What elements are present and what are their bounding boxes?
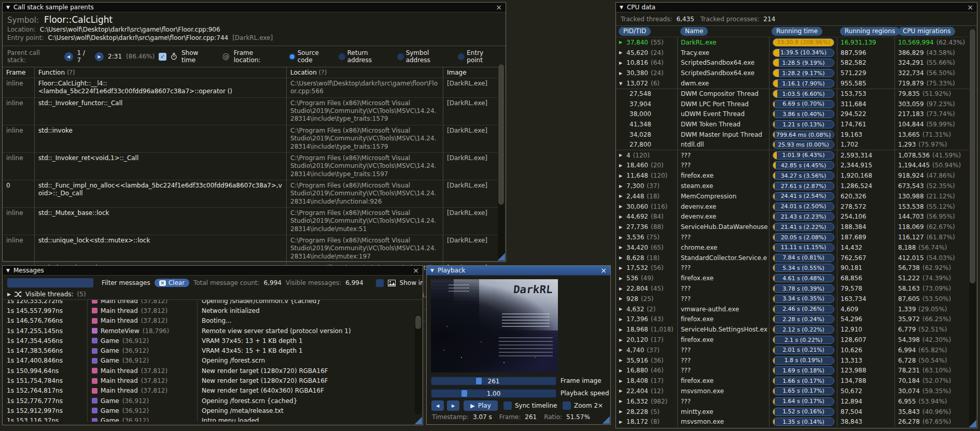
expand-arrow-icon[interactable]: ▶ (619, 163, 626, 168)
expand-arrow-icon[interactable]: ▶ (619, 40, 626, 45)
callstack-table-row[interactable]: inlinestd::_Invoker_functor::_CallC:\Pro… (3, 98, 506, 125)
clear-button[interactable]: × Clear (155, 279, 189, 287)
cpu-table-row[interactable]: ▶11,648(120)firefox.exe34.27 s (3.56%)1,… (616, 170, 977, 181)
cpu-scrollbar-thumb[interactable] (970, 29, 975, 283)
messages-scrollbar-thumb[interactable] (415, 315, 421, 329)
cpu-table-row[interactable]: ▶4,632(2)vmware-authd.exe2.46 s (0.26%)4… (616, 304, 977, 314)
expand-arrow-icon[interactable]: ▶ (619, 327, 626, 332)
cpu-table-row[interactable]: ▶17,396(43)firefox.exe2.28 s (0.24%)54,2… (616, 314, 977, 325)
expand-arrow-icon[interactable]: ▶ (619, 204, 626, 209)
pid-tid-column-header[interactable]: PID/TID (619, 27, 651, 36)
messages-titlebar[interactable]: ▼ Messages × (3, 266, 423, 276)
expand-threads-icon[interactable]: ▶ (7, 292, 11, 297)
message-row[interactable]: 1s 153,116,37nsGame(36,912)Intro menu lo… (3, 416, 423, 422)
image-column-header[interactable]: Image (443, 67, 506, 78)
expand-arrow-icon[interactable]: ▶ (619, 276, 626, 281)
expand-arrow-icon[interactable]: ▶ (619, 266, 626, 270)
callstack-scrollbar[interactable] (498, 64, 505, 259)
show-images-checkbox[interactable] (376, 279, 384, 287)
filter-input[interactable] (7, 278, 93, 288)
cpu-table-row[interactable]: ▶10,816(64)ScriptedSandbox64.exe1:28.5 (… (616, 58, 977, 68)
radio-symbol-address[interactable] (397, 53, 404, 60)
cpu-scrollbar[interactable] (969, 28, 976, 426)
close-icon[interactable]: × (600, 267, 607, 274)
function-column-header[interactable]: Function (?) (35, 67, 287, 78)
expand-arrow-icon[interactable]: ▶ (619, 235, 626, 240)
callstack-scrollbar-thumb[interactable] (498, 64, 504, 205)
expand-arrow-icon[interactable]: ▶ (619, 379, 626, 383)
cpu-table-row[interactable]: ▼13,072(6)dwm.exe1:16.1 (7.90%)955,58571… (616, 78, 977, 89)
running-time-column-header[interactable]: Running time (772, 27, 822, 36)
cpu-table-row[interactable]: ▶16,332(982)???1.64 s (0.17%)12,8946,955… (616, 396, 977, 407)
message-row[interactable]: 1s 147,400,846nsGame(36,912)Opening /for… (3, 356, 423, 366)
prev-stack-button[interactable]: ◀ (64, 52, 73, 61)
radio-entry-point[interactable] (458, 53, 465, 60)
zoom-2x-checkbox[interactable] (563, 401, 571, 410)
cpu-table-row[interactable]: ▶928(25)???3.34 s (0.35%)163,73487,605(5… (616, 294, 977, 304)
expand-arrow-icon[interactable]: ▶ (619, 358, 626, 363)
expand-arrow-icon[interactable]: ▶ (619, 194, 626, 198)
callstack-table-row[interactable]: inlinestd::unique_lock<std::mutex>::lock… (3, 235, 506, 263)
cpu-migrations-column-header[interactable]: CPU migrations (898, 27, 955, 36)
show-time-checkbox[interactable]: ✓ (159, 53, 166, 61)
play-button[interactable]: ▶ Play (464, 400, 498, 411)
cpu-table-row[interactable]: 27,548DWM Compositor Thread1:03.5 (6.60%… (616, 89, 977, 99)
callstack-titlebar[interactable]: ▼ Call stack sample parents × (3, 3, 506, 12)
expand-arrow-icon[interactable]: ▶ (619, 174, 626, 178)
expand-arrow-icon[interactable]: ▶ (619, 409, 626, 414)
close-icon[interactable]: × (496, 4, 502, 11)
message-row[interactable]: 1s 120,333,272nsMain thread(37,812)Openi… (3, 299, 423, 306)
message-row[interactable]: 1s 151,754,784nsMain thread(37,812)New r… (3, 376, 423, 385)
message-row[interactable]: 1s 147,383,566nsGame(36,912)VRAM 43x45: … (3, 346, 423, 355)
expand-arrow-icon[interactable]: ▶ (619, 348, 626, 352)
expand-arrow-icon[interactable]: ▶ (619, 307, 626, 311)
step-back-button[interactable]: ◀ (431, 400, 444, 411)
name-column-header[interactable]: Name (680, 27, 708, 36)
cpu-table-row[interactable]: ▶3,536(75)???20.05 s (2.08%)187,689116,1… (616, 232, 977, 242)
collapse-icon[interactable]: ▼ (6, 5, 10, 10)
messages-scrollbar[interactable] (415, 314, 422, 414)
callstack-table-row[interactable]: inlineFloor::CalcLight::__l4::<lambda_5b… (3, 78, 506, 98)
cpu-table-row[interactable]: ▶4(120)???1:01.9 (6.43%)2,593,3141,078,5… (616, 150, 977, 161)
cpu-table-row[interactable]: ▶20,120(17)firefox.exe2.1 s (0.22%)128,6… (616, 335, 977, 345)
cpu-table-row[interactable]: ▶37,840(55)DarkRL.exe33:30.8 (208.96%)16… (616, 37, 977, 48)
cpu-table-row[interactable]: ▶18,172(8)msvsmon.exe1.35 s (0.14%)38,84… (616, 416, 977, 427)
cpu-table-row[interactable]: ▶45,620(24)Tracy.exe1:39.5 (10.34%)887,5… (616, 48, 977, 58)
collapse-icon[interactable]: ▼ (6, 268, 10, 273)
expand-arrow-icon[interactable]: ▶ (619, 245, 626, 250)
expand-arrow-icon[interactable]: ▶ (619, 50, 626, 55)
expand-arrow-icon[interactable]: ▶ (619, 399, 626, 404)
cpu-table-row[interactable]: ▶30,380(24)ScriptedSandbox64.exe1:28.2 (… (616, 68, 977, 78)
cpu-table-row[interactable]: 37,904DWM LPC Port Thread6.69 s (0.70%)3… (616, 99, 977, 109)
cpu-table-row[interactable]: ▶27,736(88)ServiceHub.DataWarehouse21.41… (616, 222, 977, 232)
cpu-table-row[interactable]: ▶7,300(37)steam.exe27.61 s (2.87%)1,286,… (616, 181, 977, 191)
collapse-arrow-icon[interactable]: ▼ (619, 81, 626, 86)
expand-arrow-icon[interactable]: ▶ (619, 71, 626, 76)
expand-arrow-icon[interactable]: ▶ (619, 420, 626, 424)
cpu-table-row[interactable]: ▶8,628(18)StandardCollector.Service.e7.8… (616, 253, 977, 263)
frame-column-header[interactable]: Frame (3, 67, 35, 78)
frame-image-slider[interactable]: 261 (431, 377, 556, 385)
close-icon[interactable]: × (413, 267, 419, 274)
cpu-table-row[interactable]: ▶2,448(18)MemCompression24.41 s (2.54%)6… (616, 191, 977, 202)
location-column-header[interactable]: Location (?) (287, 67, 443, 78)
cpu-table-row[interactable]: 41,348DWM Token Thread1.21 s (0.13%)174,… (616, 119, 977, 130)
expand-arrow-icon[interactable]: ▶ (619, 153, 626, 157)
cpu-table-row[interactable]: ▶44,692(84)devenv.exe21.43 s (2.23%)254,… (616, 212, 977, 222)
cpu-table-row[interactable]: ▶16,880(46)???1.69 s (0.18%)123,98878,23… (616, 366, 977, 376)
collapse-icon[interactable]: ▼ (430, 268, 434, 273)
cpu-table-row[interactable]: ▶28,228(5)mintty.exe1.52 s (0.16%)87,504… (616, 407, 977, 417)
resize-grip[interactable] (602, 416, 610, 424)
expand-arrow-icon[interactable]: ▶ (619, 214, 626, 219)
resize-grip[interactable] (497, 253, 505, 261)
resize-grip[interactable] (414, 416, 422, 424)
radio-source-code[interactable] (289, 53, 296, 60)
next-stack-button[interactable]: ▶ (95, 52, 104, 61)
cpu-table-row[interactable]: ▶22,404(12)msvsmon.exe1.65 s (0.17%)50,6… (616, 386, 977, 396)
cpu-table-row[interactable]: ▶30,060(116)devenv.exe24.01 s (2.50%)278… (616, 202, 977, 212)
cpu-table-row[interactable]: ▶536(49)firefox.exe4.61 s (0.48%)68,8565… (616, 273, 977, 283)
cpu-table-row[interactable]: ▶4,740(37)???2.01 s (0.21%)10,6266,994(6… (616, 345, 977, 355)
playback-speed-slider[interactable]: 1.00 (431, 389, 556, 398)
cpu-table-row[interactable]: ▶18,460(20)???42.85 s (4.45%)2,344,9151,… (616, 161, 977, 171)
radio-return-address[interactable] (339, 53, 345, 60)
